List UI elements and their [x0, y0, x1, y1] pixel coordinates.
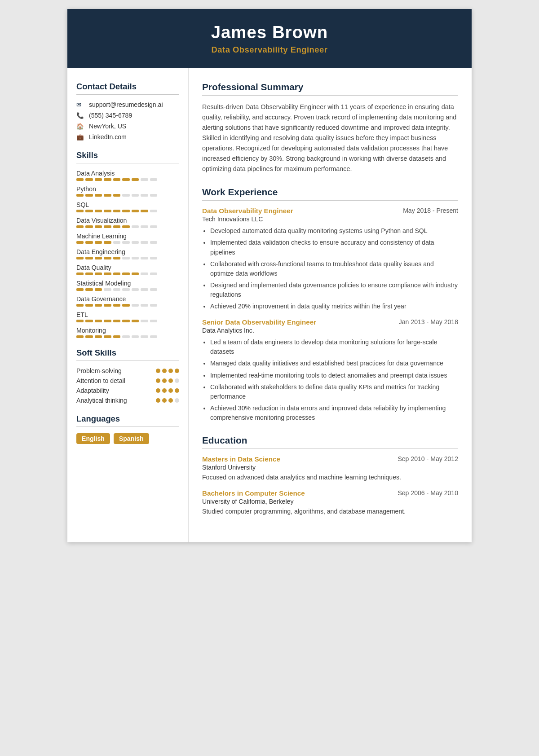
skill-bar [76, 273, 157, 275]
soft-skill-label: Analytical thinking [76, 397, 127, 404]
dot-empty [175, 378, 179, 383]
left-column: Contact Details ✉ support@resumedesign.a… [67, 68, 189, 542]
dot-filled [168, 369, 173, 373]
header-section: James Brown Data Observability Engineer [67, 9, 472, 68]
resume-container: James Brown Data Observability Engineer … [67, 9, 472, 542]
job-bullets: Led a team of data engineers to develop … [202, 338, 458, 422]
summary-text: Results-driven Data Observability Engine… [202, 102, 458, 174]
contact-linkedin: 💼 LinkedIn.com [76, 133, 179, 141]
soft-skill-label: Problem-solving [76, 367, 122, 374]
skill-seg-filled [76, 288, 84, 291]
location-text: NewYork, US [89, 123, 126, 130]
skill-seg-filled [76, 241, 84, 244]
skill-seg-filled [104, 178, 111, 181]
dot-filled [168, 398, 173, 403]
email-icon: ✉ [76, 101, 85, 108]
skill-seg-filled [85, 194, 93, 197]
skill-seg-filled [76, 225, 84, 228]
skill-seg-filled [113, 320, 120, 322]
contact-email: ✉ support@resumedesign.ai [76, 101, 179, 108]
edu-degree: Bachelors in Computer Science [202, 489, 305, 497]
skill-seg-empty [132, 241, 139, 244]
dot-filled [156, 388, 160, 393]
skill-seg-empty [150, 178, 157, 181]
soft-skills-title: Soft Skills [76, 348, 179, 358]
edu-header: Bachelors in Computer ScienceSep 2006 - … [202, 489, 458, 497]
phone-text: (555) 345-6789 [89, 112, 132, 119]
dot-filled [156, 369, 160, 373]
skill-seg-filled [141, 210, 148, 212]
dot-filled [162, 369, 167, 373]
skill-item: Python [76, 185, 179, 197]
soft-skill-item: Adaptability [76, 387, 179, 394]
language-badges: EnglishSpanish [76, 433, 179, 444]
skill-seg-empty [150, 320, 157, 322]
job-bullet: Achieved 20% improvement in data quality… [210, 302, 458, 311]
skill-item: Data Governance [76, 295, 179, 307]
edu-description: Studied computer programming, algorithms… [202, 507, 458, 516]
skill-seg-filled [85, 210, 93, 212]
edu-date: Sep 2010 - May 2012 [398, 455, 458, 462]
skill-seg-filled [85, 320, 93, 322]
skill-seg-empty [141, 225, 148, 228]
skill-seg-filled [113, 178, 120, 181]
skill-seg-filled [95, 335, 102, 338]
skill-seg-empty [141, 241, 148, 244]
skill-seg-filled [76, 194, 84, 197]
skill-seg-filled [95, 273, 102, 275]
edu-school: Stanford University [202, 464, 458, 471]
summary-title: Professional Summary [202, 82, 458, 92]
skill-seg-filled [104, 194, 111, 197]
skill-seg-filled [95, 178, 102, 181]
skill-label: ETL [76, 311, 179, 318]
job-bullet: Developed automated data quality monitor… [210, 226, 458, 236]
skill-seg-empty [141, 178, 148, 181]
skill-bar [76, 257, 157, 259]
experience-divider [202, 200, 458, 201]
skill-seg-filled [76, 257, 84, 259]
skill-seg-empty [150, 288, 157, 291]
soft-skill-dots [156, 388, 179, 393]
skill-bar [76, 241, 157, 244]
job-bullet: Collaborated with cross-functional teams… [210, 259, 458, 278]
contact-phone: 📞 (555) 345-6789 [76, 112, 179, 119]
skill-seg-empty [150, 257, 157, 259]
languages-title: Languages [76, 414, 179, 424]
skill-seg-filled [113, 194, 120, 197]
skill-seg-filled [95, 210, 102, 212]
skill-seg-filled [95, 257, 102, 259]
job-header: Data Observability EngineerMay 2018 - Pr… [202, 207, 458, 215]
job-entry: Data Observability EngineerMay 2018 - Pr… [202, 207, 458, 311]
skill-seg-empty [141, 257, 148, 259]
skill-label: SQL [76, 201, 179, 208]
edu-entry: Masters in Data ScienceSep 2010 - May 20… [202, 455, 458, 482]
education-title: Education [202, 435, 458, 446]
dot-filled [162, 398, 167, 403]
job-date: May 2018 - Present [403, 207, 458, 214]
skill-bar [76, 304, 157, 307]
skill-seg-empty [132, 335, 139, 338]
edu-date: Sep 2006 - May 2010 [398, 489, 458, 497]
skill-bar [76, 225, 157, 228]
skill-seg-filled [95, 194, 102, 197]
skill-seg-empty [122, 257, 129, 259]
language-badge: Spanish [114, 433, 149, 444]
dot-filled [162, 388, 167, 393]
skill-seg-filled [95, 288, 102, 291]
edu-header: Masters in Data ScienceSep 2010 - May 20… [202, 455, 458, 463]
skill-seg-filled [76, 320, 84, 322]
job-bullet: Collaborated with stakeholders to define… [210, 382, 458, 401]
soft-skill-label: Adaptability [76, 387, 109, 394]
skills-divider [76, 163, 179, 163]
skill-seg-filled [95, 225, 102, 228]
skill-seg-filled [122, 273, 129, 275]
dot-filled [168, 388, 173, 393]
skill-seg-filled [76, 304, 84, 307]
job-bullet: Designed and implemented data governance… [210, 281, 458, 299]
soft-skill-dots [156, 378, 179, 383]
contact-divider [76, 94, 179, 95]
skill-seg-filled [122, 210, 129, 212]
skill-label: Data Engineering [76, 248, 179, 255]
skill-seg-filled [104, 257, 111, 259]
skill-bar [76, 335, 157, 338]
